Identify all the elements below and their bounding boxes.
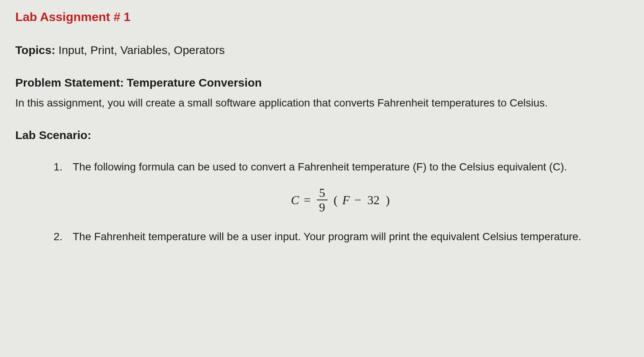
formula-var-f: F <box>342 191 350 209</box>
formula-equals: = <box>304 191 311 209</box>
fraction-numerator: 5 <box>317 187 328 200</box>
list-text: The following formula can be used to con… <box>73 159 567 175</box>
list-text: The Fahrenheit temperature will be a use… <box>73 229 581 245</box>
problem-title: Temperature Conversion <box>127 76 262 89</box>
formula-rparen: ) <box>386 191 390 209</box>
list-number: 2. <box>54 229 65 245</box>
topics-value: Input, Print, Variables, Operators <box>59 44 225 56</box>
topics-label: Topics: <box>15 44 55 56</box>
formula-minus: − <box>354 191 361 209</box>
assignment-title: Lab Assignment # 1 <box>15 8 629 26</box>
conversion-formula: C = 5 9 (F − 32) <box>54 187 629 213</box>
formula-lparen: ( <box>334 191 338 209</box>
scenario-list: 1. The following formula can be used to … <box>15 159 629 245</box>
fraction-denominator: 9 <box>317 200 328 213</box>
list-item: 2. The Fahrenheit temperature will be a … <box>54 229 629 245</box>
topics-line: Topics: Input, Print, Variables, Operato… <box>15 41 629 59</box>
problem-label: Problem Statement: <box>15 76 124 89</box>
formula-const: 32 <box>367 191 380 209</box>
list-number: 1. <box>54 159 65 175</box>
formula-lhs: C <box>291 191 299 209</box>
problem-heading: Problem Statement: Temperature Conversio… <box>15 74 629 91</box>
list-item: 1. The following formula can be used to … <box>54 159 629 175</box>
problem-description: In this assignment, you will create a sm… <box>15 95 629 111</box>
formula-fraction: 5 9 <box>317 187 328 213</box>
scenario-label: Lab Scenario: <box>15 126 629 144</box>
